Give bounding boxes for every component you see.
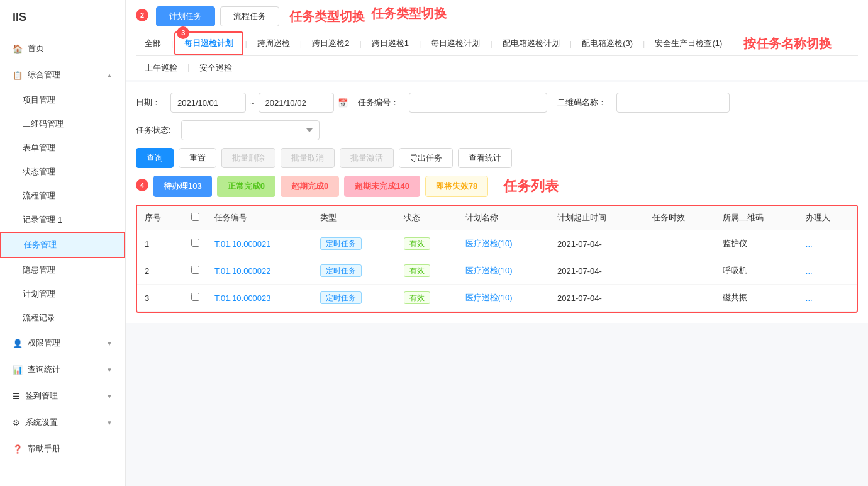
action-buttons: 查询 重置 批量删除 批量取消 批量激活 导出任务 查看统计 bbox=[136, 148, 858, 168]
col-checkbox bbox=[184, 206, 207, 230]
sidebar-item-comprehensive[interactable]: 📋 综合管理 ▲ bbox=[0, 62, 125, 88]
task-status-label: 任务状态: bbox=[136, 125, 171, 136]
sidebar-item-process[interactable]: 流程管理 bbox=[0, 184, 125, 208]
table-row: 1 T.01.10.000021 定时任务 有效 医疗巡检(10) 2021-0… bbox=[137, 230, 857, 257]
cell-seq: 2 bbox=[137, 257, 184, 285]
view-stats-button[interactable]: 查看统计 bbox=[458, 148, 512, 168]
cell-qrcode: 监护仪 bbox=[715, 230, 798, 257]
cell-checkbox[interactable] bbox=[184, 257, 207, 285]
cell-task-no[interactable]: T.01.10.000023 bbox=[207, 285, 313, 312]
sidebar-item-help[interactable]: ❓ 帮助手册 bbox=[0, 436, 125, 462]
sidebar-item-hidden[interactable]: 隐患管理 bbox=[0, 258, 125, 282]
chevron-down-icon4: ▼ bbox=[106, 419, 113, 426]
cell-seq: 3 bbox=[137, 285, 184, 312]
tab-elec-box-plan[interactable]: 配电箱巡检计划 bbox=[494, 33, 569, 54]
sidebar-item-flow-record[interactable]: 流程记录 bbox=[0, 306, 125, 330]
sidebar-item-signin[interactable]: ☰ 签到管理 ▼ bbox=[0, 383, 125, 409]
sub-tab-safety[interactable]: 安全巡检 bbox=[191, 60, 241, 76]
cell-plan-name[interactable]: 医疗巡检(10) bbox=[458, 285, 550, 312]
chevron-down-icon2: ▼ bbox=[106, 366, 113, 373]
cell-plan-name[interactable]: 医疗巡检(10) bbox=[458, 257, 550, 285]
task-table: 序号 任务编号 类型 状态 计划名称 计划起止时间 任务时效 所属二维码 办理人 bbox=[137, 206, 857, 312]
sidebar-item-label: 帮助手册 bbox=[28, 443, 60, 455]
plan-task-tab[interactable]: 计划任务 bbox=[156, 6, 215, 26]
annotation-task-name-switch: 按任务名称切换 bbox=[743, 35, 832, 52]
sidebar-item-label: 查询统计 bbox=[28, 364, 60, 375]
comprehensive-icon: 📋 bbox=[13, 71, 23, 80]
date-end-input[interactable] bbox=[259, 93, 334, 113]
query-button[interactable]: 查询 bbox=[136, 148, 174, 168]
cell-handler[interactable]: ... bbox=[798, 230, 857, 257]
col-plan-name: 计划名称 bbox=[458, 206, 550, 230]
cell-task-no[interactable]: T.01.10.000021 bbox=[207, 230, 313, 257]
status-tag: 有效 bbox=[404, 291, 430, 304]
export-task-button[interactable]: 导出任务 bbox=[399, 148, 453, 168]
sidebar-item-home[interactable]: 🏠 首页 bbox=[0, 35, 125, 62]
col-task-no: 任务编号 bbox=[207, 206, 313, 230]
row-checkbox[interactable] bbox=[191, 239, 199, 247]
annotation-badge-2: 2 bbox=[136, 9, 148, 21]
sidebar-item-label: 首页 bbox=[28, 43, 44, 54]
logo: iIS bbox=[0, 0, 125, 35]
cell-checkbox[interactable] bbox=[184, 230, 207, 257]
task-no-label: 任务编号： bbox=[358, 97, 399, 108]
cell-qrcode: 磁共振 bbox=[715, 285, 798, 312]
cell-plan-time: 2021-07-04- bbox=[550, 230, 645, 257]
batch-activate-button[interactable]: 批量激活 bbox=[340, 148, 394, 168]
calendar-icon[interactable]: 📅 bbox=[338, 98, 348, 108]
col-type: 类型 bbox=[313, 206, 396, 230]
sidebar-item-label: 签到管理 bbox=[25, 390, 58, 402]
status-normal-btn[interactable]: 正常完成0 bbox=[217, 176, 275, 197]
status-pending-btn[interactable]: 待办理103 bbox=[153, 176, 212, 197]
status-expiring-btn[interactable]: 即将失效78 bbox=[425, 176, 488, 197]
sidebar-item-qrcode[interactable]: 二维码管理 bbox=[0, 112, 125, 136]
reset-button[interactable]: 重置 bbox=[179, 148, 216, 168]
cell-seq: 1 bbox=[137, 230, 184, 257]
status-overdue-done-btn[interactable]: 超期完成0 bbox=[281, 176, 339, 197]
tab-cross-day1[interactable]: 跨日巡检1 bbox=[363, 33, 418, 54]
cell-plan-name[interactable]: 医疗巡检(10) bbox=[458, 230, 550, 257]
qrcode-input[interactable] bbox=[616, 93, 730, 113]
cell-type: 定时任务 bbox=[313, 257, 396, 285]
sub-tab-morning[interactable]: 上午巡检 bbox=[136, 60, 186, 76]
tab-all[interactable]: 全部 bbox=[136, 33, 170, 54]
row-checkbox[interactable] bbox=[191, 266, 199, 274]
chevron-up-icon: ▲ bbox=[106, 72, 113, 79]
cell-handler[interactable]: ... bbox=[798, 285, 857, 312]
date-label: 日期： bbox=[136, 97, 160, 108]
tab-cross-day2[interactable]: 跨日巡检2 bbox=[303, 33, 358, 54]
sidebar-item-settings[interactable]: ⚙ 系统设置 ▼ bbox=[0, 409, 125, 436]
sidebar: iIS 🏠 首页 📋 综合管理 ▲ 项目管理 二维码管理 表单管理 状态管理 流… bbox=[0, 0, 126, 486]
batch-delete-button[interactable]: 批量删除 bbox=[221, 148, 275, 168]
sidebar-item-permission[interactable]: 👤 权限管理 ▼ bbox=[0, 330, 125, 356]
sidebar-item-task[interactable]: 任务管理 bbox=[0, 232, 125, 258]
cell-plan-time: 2021-07-04- bbox=[550, 285, 645, 312]
batch-cancel-button[interactable]: 批量取消 bbox=[281, 148, 335, 168]
record-badge: 1 bbox=[58, 215, 62, 225]
date-range: ~ 📅 bbox=[170, 93, 348, 113]
cell-handler[interactable]: ... bbox=[798, 257, 857, 285]
sidebar-item-plan[interactable]: 计划管理 bbox=[0, 282, 125, 306]
task-status-select[interactable]: 有效 无效 bbox=[181, 120, 320, 140]
signin-icon: ☰ bbox=[13, 392, 20, 401]
select-all-checkbox[interactable] bbox=[191, 213, 199, 221]
chevron-down-icon: ▼ bbox=[106, 340, 113, 347]
flow-task-tab[interactable]: 流程任务 bbox=[220, 6, 279, 26]
cell-checkbox[interactable] bbox=[184, 285, 207, 312]
qrcode-label: 二维码名称： bbox=[557, 97, 606, 108]
tab-elec-box3[interactable]: 配电箱巡检(3) bbox=[573, 33, 642, 54]
filter-row-1: 日期： ~ 📅 任务编号： 二维码名称： bbox=[136, 93, 858, 113]
sidebar-item-status[interactable]: 状态管理 bbox=[0, 160, 125, 184]
cell-task-no[interactable]: T.01.10.000022 bbox=[207, 257, 313, 285]
sidebar-item-record[interactable]: 记录管理 1 bbox=[0, 208, 125, 232]
row-checkbox[interactable] bbox=[191, 293, 199, 301]
tab-daily-plan2[interactable]: 每日巡检计划 bbox=[422, 33, 489, 54]
tab-safety-check1[interactable]: 安全生产日检查(1) bbox=[646, 33, 731, 54]
status-overdue-undone-btn[interactable]: 超期未完成140 bbox=[344, 176, 420, 197]
task-no-input[interactable] bbox=[409, 93, 547, 113]
tab-cross-week[interactable]: 跨周巡检 bbox=[248, 33, 299, 54]
sidebar-item-project[interactable]: 项目管理 bbox=[0, 88, 125, 112]
sidebar-item-form[interactable]: 表单管理 bbox=[0, 136, 125, 160]
date-start-input[interactable] bbox=[170, 93, 246, 113]
sidebar-item-query-stat[interactable]: 📊 查询统计 ▼ bbox=[0, 356, 125, 383]
